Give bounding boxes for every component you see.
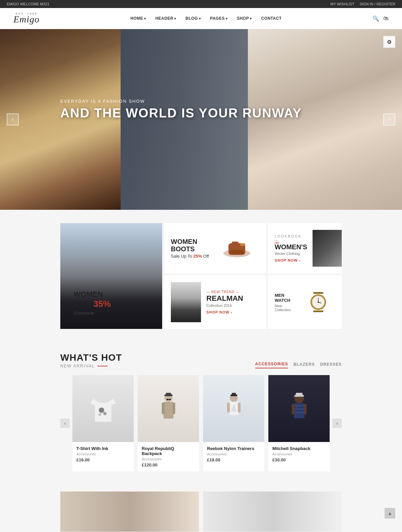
product-name-2: Royal RepubliQ Backpack — [142, 446, 195, 456]
cart-icon[interactable]: 🛍 — [383, 15, 389, 21]
nav-shop-arrow: ▾ — [250, 17, 252, 20]
product-card-3[interactable]: Reebok Nylon Trainers Accessories £18.00 — [203, 375, 264, 471]
promo-lookbook-card[interactable]: LOOKBOOK — WOMEN'S Winter Clothing SHOP … — [268, 223, 342, 273]
product-img-4 — [268, 375, 330, 442]
svg-point-12 — [99, 408, 104, 413]
product-category-2: Accessories — [142, 457, 195, 461]
svg-point-14 — [98, 413, 101, 416]
lookbook-line: — — [275, 238, 279, 243]
hero-settings-icon[interactable]: ⚙ — [383, 36, 395, 48]
svg-rect-2 — [230, 250, 244, 254]
nav-contact[interactable]: CONTACT — [257, 13, 286, 23]
lookbook-label: LOOKBOOK — — [275, 235, 307, 242]
nav-icons: 🔍 🛍 — [373, 15, 389, 22]
section-header: WHAT'S HOT NEW ARRIVAL ACCESSORIES BLAZE… — [60, 352, 342, 368]
promo-boots-text: WOMENBOOTS Sale Up To 25% Off — [171, 238, 209, 259]
realman-shop-now[interactable]: SHOP NOW › — [206, 310, 243, 314]
teaser-bg-1 — [60, 492, 199, 532]
nav-pages[interactable]: PAGES ▾ — [206, 13, 231, 23]
nav-shop[interactable]: SHOP ▾ — [233, 13, 256, 23]
top-bar: EMIGO WELCOME M321 MY WISHLIST SIGN IN /… — [0, 0, 402, 8]
product-price-4: £30.00 — [272, 457, 326, 462]
hero-subtitle: EVERYDAY IS A FASHION SHOW — [60, 99, 302, 104]
svg-rect-5 — [313, 292, 323, 294]
svg-rect-25 — [227, 403, 230, 413]
logo[interactable]: EST. 1968 Emigo — [13, 12, 40, 25]
signin-link[interactable]: SIGN IN / REGISTER — [360, 2, 395, 6]
boots-sale: Sale Up To 25% Off — [171, 254, 209, 259]
product-price-1: £16.00 — [76, 457, 130, 462]
product-img-2-inner — [138, 375, 199, 442]
svg-point-13 — [103, 412, 107, 415]
slider-next-button[interactable]: › — [383, 113, 395, 125]
tab-dresses[interactable]: DRESSES — [320, 361, 342, 368]
wishlist-link[interactable]: MY WISHLIST — [330, 2, 354, 6]
nav-blog-arrow: ▾ — [199, 17, 201, 20]
svg-rect-39 — [294, 396, 296, 397]
product-grid: T-Shirt With Ink Accessories £16.00 — [72, 375, 330, 471]
svg-rect-20 — [166, 393, 171, 395]
carousel-next-button[interactable]: › — [332, 419, 342, 428]
svg-rect-35 — [292, 404, 294, 415]
boots-image — [222, 237, 252, 260]
product-tabs: ACCESSORIES BLAZERS DRESSES — [255, 360, 342, 368]
nav-blog[interactable]: BLOG ▾ — [182, 13, 205, 23]
promo-boots-card[interactable]: WOMENBOOTS Sale Up To 25% Off — [164, 223, 266, 273]
teaser-card-2 — [203, 492, 342, 532]
svg-rect-26 — [238, 403, 241, 413]
scroll-top-button[interactable]: ▲ — [385, 508, 395, 519]
hero-content: EVERYDAY IS A FASHION SHOW AND THE WORLD… — [0, 99, 302, 141]
nav-home-arrow: ▾ — [144, 17, 146, 20]
promo-grid: WOMENBOOTS Sale Up To 25% Off LOOKBOOK —… — [60, 223, 342, 329]
svg-rect-32 — [294, 405, 305, 406]
teaser-card-1 — [60, 492, 199, 532]
woman-sale-card[interactable]: WOMEN SALE35% Outerwear — [60, 223, 162, 329]
nav-header[interactable]: HEADER ▾ — [151, 13, 180, 23]
product-card-1[interactable]: T-Shirt With Ink Accessories £16.00 — [72, 375, 134, 471]
product-card-4[interactable]: Mitchell Snapback Accessories £30.00 — [268, 375, 330, 471]
product-name-1: T-Shirt With Ink — [76, 446, 130, 451]
product-grid-wrapper: ‹ T-Shirt With Ink Access — [60, 375, 342, 471]
svg-rect-6 — [313, 311, 323, 312]
hero-slider: ⚙ ‹ EVERYDAY IS A FASHION SHOW AND THE W… — [0, 29, 402, 210]
tab-accessories[interactable]: ACCESSORIES — [255, 360, 288, 368]
snapback-figure — [286, 392, 313, 425]
product-card-2[interactable]: Royal RepubliQ Backpack Accessories £120… — [138, 375, 199, 471]
top-bar-actions: MY WISHLIST SIGN IN / REGISTER — [330, 2, 395, 6]
svg-rect-3 — [232, 242, 239, 246]
settings-gear: ⚙ — [387, 39, 392, 45]
main-nav: HOME ▾ HEADER ▾ BLOG ▾ PAGES ▾ SHOP ▾ CO… — [126, 13, 286, 23]
nav-home[interactable]: HOME ▾ — [126, 13, 150, 23]
bottom-teaser — [0, 485, 402, 532]
header: EST. 1968 Emigo HOME ▾ HEADER ▾ BLOG ▾ P… — [0, 8, 402, 29]
woman-sale-sale: SALE35% — [74, 299, 149, 309]
watch-image-area — [302, 289, 335, 316]
promo-realman-card[interactable]: — NEW TREND REALMAN Collection 2016 SHOP… — [164, 275, 266, 329]
product-img-3 — [203, 375, 264, 442]
slider-prev-button[interactable]: ‹ — [7, 113, 19, 125]
product-price-3: £18.00 — [207, 457, 260, 462]
svg-rect-21 — [166, 399, 169, 400]
svg-rect-34 — [294, 412, 305, 413]
lookbook-title: WOMEN'S — [275, 243, 307, 251]
lookbook-shop-now[interactable]: SHOP NOW › — [275, 258, 307, 262]
promo-watch-text: MENWATCH New Collection — [275, 293, 296, 312]
trainers-figure — [220, 392, 247, 425]
product-img-4-inner — [268, 375, 330, 442]
promo-watch-card[interactable]: MENWATCH New Collection — [268, 275, 342, 329]
promo-section: WOMENBOOTS Sale Up To 25% Off LOOKBOOK —… — [0, 210, 402, 342]
boots-image-area — [214, 237, 259, 260]
carousel-prev-button[interactable]: ‹ — [60, 419, 70, 428]
section-title: WHAT'S HOT — [60, 352, 122, 363]
section-subtitle: NEW ARRIVAL — [60, 364, 122, 368]
product-info-4: Mitchell Snapback Accessories £30.00 — [268, 442, 330, 466]
realman-image — [171, 282, 201, 322]
tab-blazers[interactable]: BLAZERS — [293, 361, 315, 368]
svg-rect-16 — [163, 402, 174, 419]
product-img-1-inner — [72, 375, 134, 442]
hero-title: AND THE WORLD IS YOUR RUNWAY — [60, 106, 302, 120]
search-icon[interactable]: 🔍 — [373, 15, 379, 22]
woman-sale-text: WOMEN SALE35% Outerwear — [67, 283, 155, 322]
woman-sale-title: WOMEN — [74, 290, 149, 299]
nav-header-arrow: ▾ — [174, 17, 176, 20]
